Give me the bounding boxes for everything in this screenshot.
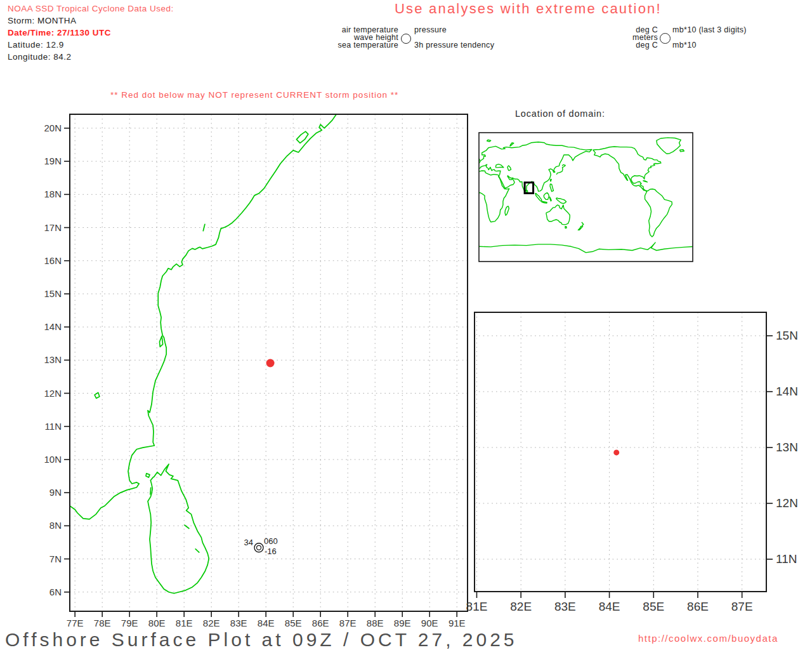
x-tick-label: 80E [148,618,166,628]
storm-position-dot [266,359,275,368]
inset-x-tick-label: 85E [643,600,664,613]
inset-x-tick-label: 86E [687,600,709,613]
station-pressure-tendency: -16 [265,547,277,556]
world-coastline-java [542,201,547,203]
world-coastline-cuba [643,181,647,182]
inset-map-border [475,312,766,592]
x-tick-label: 88E [367,618,384,628]
world-coastline-sulawesi [549,197,551,201]
y-tick-label: 10N [44,454,62,465]
world-coastline-antarctica [479,242,693,253]
world-coastline-australia [546,205,570,225]
world-coastline-iceland [679,150,684,152]
inset-x-tick-label: 84E [599,600,620,613]
plot-main-title: Offshore Surface Plot at 09Z / OCT 27, 2… [5,629,518,650]
x-tick-label: 78E [94,618,111,628]
world-coastline-svalbard [487,140,491,142]
main-map-coastlines [70,114,336,594]
world-coastline-black-sea [495,164,504,168]
x-tick-label: 82E [203,618,220,628]
source-url: http://coolwx.com/buoydata [638,633,778,644]
x-tick-label: 81E [176,618,193,628]
world-coastline-nz-south [578,226,582,230]
inset-x-tick-label: 83E [554,600,576,613]
y-tick-label: 19N [44,156,62,166]
x-tick-label: 91E [449,618,466,628]
world-coastline-tasmania [565,227,566,229]
world-coastline-south-america [645,189,672,237]
y-tick-label: 11N [45,421,62,432]
x-tick-label: 83E [230,618,247,628]
inset-y-tick-label: 11N [776,552,797,566]
inset-x-tick-label: 82E [510,600,532,613]
x-tick-label: 77E [67,618,84,628]
storm-position-dot-inset [613,449,619,455]
buoy-plot-page: NOAA SSD Tropical Cyclone Data Used: Sto… [0,0,812,650]
inset-y-tick-label: 14N [776,385,798,398]
world-coastline-greenland [657,138,681,154]
y-tick-label: 20N [44,123,62,133]
world-coastline-philippines [550,184,553,192]
world-coastline-taiwan [550,179,551,182]
x-tick-label: 84E [258,618,275,628]
inset-y-tick-label: 13N [776,441,798,454]
inset-y-tick-label: 12N [776,496,798,510]
x-tick-label: 87E [339,618,357,628]
world-map-coastlines [479,138,693,253]
world-coastline-north-america [593,147,661,190]
station-outer-circle [254,543,263,552]
x-tick-label: 89E [394,618,411,628]
world-coastline-new-guinea [556,198,566,204]
station-air-temp: 34 [244,538,253,547]
world-coastline-sumatra [535,193,542,201]
coastline-india-east-coast [70,114,336,519]
y-tick-label: 9N [49,487,62,498]
y-tick-label: 8N [49,520,62,531]
x-tick-label: 85E [285,618,302,628]
coastline-jaffna-islet [146,474,150,477]
y-tick-label: 16N [44,255,62,266]
y-tick-label: 7N [49,554,62,564]
world-coastline-borneo [544,193,549,200]
inset-y-tick-label: 15N [776,329,798,342]
plot-svg: 77E78E79E80E81E82E83E84E85E86E87E88E89E9… [0,0,812,650]
y-tick-label: 6N [49,587,62,597]
y-tick-label: 17N [44,222,62,233]
x-tick-label: 86E [312,618,329,628]
coastline-kolleru-lake [203,224,205,230]
coastline-small-island [95,393,100,399]
coastline-puttalam-lagoon [150,488,151,494]
station-pressure: 060 [264,536,278,546]
coastline-chilika-lake [296,131,308,143]
world-coastline-caspian-sea [508,166,511,171]
y-tick-label: 13N [44,354,62,365]
inset-x-tick-label: 87E [731,600,753,613]
y-tick-label: 18N [44,189,62,199]
y-tick-label: 15N [44,288,62,299]
y-tick-label: 14N [44,321,62,332]
world-coastline-novaya-zemlya [510,143,514,146]
coastline-pulicat-lake [160,336,163,347]
coastline-sl-lagoon-se [195,549,199,552]
world-coastline-africa [479,171,509,222]
inset-x-tick-label: 81E [466,600,488,613]
world-map-border [479,133,693,262]
y-tick-label: 12N [44,388,62,399]
x-tick-label: 90E [421,618,438,628]
world-coastline-madagascar [505,206,509,216]
x-tick-label: 79E [121,618,138,628]
